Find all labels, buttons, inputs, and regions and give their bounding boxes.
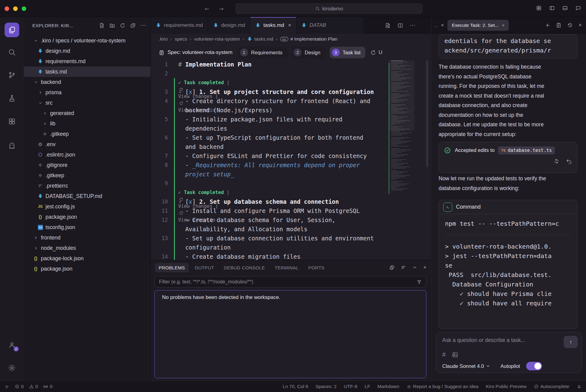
status-ports[interactable]: 0	[43, 384, 52, 389]
tree-item-jest.config.js[interactable]: JSjest.config.js	[24, 201, 150, 212]
context-hash-icon[interactable]: #	[442, 351, 446, 358]
tree-item-.gitignore[interactable]: .gitignore	[24, 160, 150, 170]
activity-explorer-icon[interactable]	[5, 23, 19, 37]
views-icon[interactable]	[389, 265, 395, 270]
iterate-icon[interactable]	[553, 158, 560, 164]
kiro-preview-label[interactable]: Kiro Public Preview	[486, 384, 527, 389]
editor-scrollbar[interactable]	[426, 60, 428, 167]
eol[interactable]: LF	[365, 384, 370, 389]
status-warning[interactable]: 0	[29, 384, 38, 389]
bell-icon[interactable]	[577, 384, 582, 389]
chat-tab-overflow[interactable]: ..	[434, 22, 437, 28]
spec-update-button[interactable]: U	[370, 49, 382, 56]
problems-filter-input[interactable]: Filter (e.g. text, **/*.ts, !**/node_mod…	[154, 276, 426, 288]
history-icon[interactable]	[567, 22, 573, 28]
status-remote[interactable]	[4, 384, 9, 389]
panel-bottom-icon[interactable]	[562, 5, 568, 11]
tree-item-.prettierrc[interactable]: .prettierrc	[24, 181, 150, 191]
new-file-icon[interactable]	[99, 23, 105, 28]
tree-item-.gitkeep[interactable]: .gitkeep	[24, 170, 150, 181]
chat-icon[interactable]	[575, 5, 581, 11]
tree-item-frontend[interactable]: frontend	[24, 232, 150, 243]
activity-kiro-ghost-icon[interactable]	[5, 138, 19, 153]
tree-item-.env[interactable]: ⚙.env	[24, 139, 150, 149]
more-icon[interactable]: ⋯	[140, 22, 146, 29]
tab-design-md[interactable]: design.md	[208, 17, 250, 34]
tree-item-lib[interactable]: lib	[24, 118, 150, 129]
more-actions-icon[interactable]: ⋯	[410, 22, 416, 29]
undo-icon[interactable]	[566, 158, 572, 164]
chat-input[interactable]: Ask a question or describe a task...	[442, 336, 564, 343]
tree-item-node-modules[interactable]: node_modules	[24, 243, 150, 253]
chevron-up-icon[interactable]	[412, 265, 417, 270]
minimap[interactable]	[389, 60, 414, 260]
tab-tasks-md[interactable]: tasks.md×	[250, 17, 296, 34]
close-tab-icon[interactable]: ×	[288, 22, 291, 28]
breadcrumb-item[interactable]: volunteer-rota-system	[194, 36, 240, 42]
tree-item-.eslintrc.json[interactable]: .eslintrc.json	[24, 149, 150, 160]
model-selector[interactable]: Claude Sonnet 4.0	[442, 363, 490, 369]
status-error[interactable]: 0	[15, 384, 24, 389]
panel-tab-output[interactable]: OUTPUT	[191, 263, 218, 272]
autocomplete-status[interactable]: Autocomplete	[534, 384, 569, 389]
close-icon[interactable]: ×	[441, 22, 444, 28]
language-mode[interactable]: Markdown	[378, 384, 400, 389]
panel-left-icon[interactable]	[549, 5, 555, 11]
tree-item-backend[interactable]: backend	[24, 77, 150, 87]
tree-item-generated[interactable]: generated	[24, 108, 150, 118]
tree-item-requirements.md[interactable]: requirements.md	[24, 56, 150, 67]
breadcrumb-item[interactable]: abc# Implementation Plan	[280, 36, 337, 42]
activity-run-debug-icon[interactable]	[5, 91, 19, 106]
panel-tab-debug-console[interactable]: DEBUG CONSOLE	[220, 263, 269, 272]
new-chat-icon[interactable]	[545, 23, 550, 28]
collapse-all-icon[interactable]	[130, 23, 136, 28]
task-list-icon[interactable]	[556, 22, 562, 28]
tree-item-package.json[interactable]: {}package.json	[24, 264, 150, 274]
tree-item-tasks.md[interactable]: tasks.md	[24, 67, 150, 77]
close-panel-icon[interactable]: ×	[423, 264, 426, 271]
breadcrumb-item[interactable]: specs	[175, 36, 187, 42]
funnel-icon[interactable]	[417, 279, 422, 285]
activity-account-icon[interactable]: ✓	[5, 337, 19, 352]
maximize-window-button[interactable]	[22, 6, 26, 11]
tree-item-package-lock.json[interactable]: {}package-lock.json	[24, 253, 150, 264]
tree-item-.kiro-specs-volunteer-rota-system[interactable]: .kiro / specs / volunteer-rota-system	[24, 35, 150, 46]
breadcrumb-item[interactable]: .kiro	[159, 36, 168, 42]
open-preview-icon[interactable]	[385, 23, 391, 28]
tree-item-.gitkeep[interactable]: .gitkeep	[24, 129, 150, 139]
activity-source-control-icon[interactable]	[5, 68, 19, 82]
forward-icon[interactable]: →	[218, 4, 225, 12]
filter-lines-icon[interactable]	[401, 265, 406, 270]
activity-extensions-icon[interactable]	[5, 114, 19, 129]
tree-item-database-setup.md[interactable]: DATABASE_SETUP.md	[24, 191, 150, 201]
autopilot-toggle[interactable]	[526, 362, 542, 370]
chat-tab-active[interactable]: Execute Task: 2. Set... ×	[447, 20, 509, 31]
back-icon[interactable]: ←	[204, 4, 210, 12]
close-window-button[interactable]	[5, 6, 9, 11]
indentation[interactable]: Spaces: 2	[316, 384, 337, 389]
spec-step-design[interactable]: 2Design	[291, 47, 325, 58]
breadcrumb[interactable]: .kiro›specs›volunteer-rota-system›tasks.…	[151, 34, 431, 45]
codelens-row[interactable]: ✓ Task completed | View changes | View e…	[151, 188, 389, 197]
code-area[interactable]: 1# Implementation Plan2✓ Task completed …	[151, 60, 389, 260]
codelens-row[interactable]: ✓ Task completed | View changes | View e…	[151, 78, 389, 87]
send-button[interactable]: ↑	[564, 336, 578, 348]
tab-datab[interactable]: DATAB	[296, 17, 364, 34]
split-editor-icon[interactable]	[397, 23, 403, 28]
spec-step-task-list[interactable]: 3Task list	[330, 47, 366, 58]
activity-settings-icon[interactable]	[5, 361, 19, 375]
refresh-icon[interactable]	[120, 23, 125, 28]
encoding[interactable]: UTF-8	[344, 384, 357, 389]
breadcrumb-item[interactable]: tasks.md	[247, 36, 273, 42]
report-bug[interactable]: Report a bug / Suggest an idea	[407, 384, 479, 389]
tree-item-prisma[interactable]: prisma	[24, 87, 150, 98]
tree-item-src[interactable]: src	[24, 98, 150, 108]
cursor-position[interactable]: Ln 70, Col 6	[283, 384, 308, 389]
new-folder-icon[interactable]	[109, 23, 115, 28]
tree-item-design.md[interactable]: design.md	[24, 46, 150, 56]
spec-step-requirements[interactable]: 1Requirements	[238, 47, 288, 58]
minimize-window-button[interactable]	[13, 6, 18, 11]
close-icon[interactable]: ×	[502, 23, 505, 28]
layout-grid-icon[interactable]	[536, 5, 542, 11]
tree-item-tsconfig.json[interactable]: TStsconfig.json	[24, 222, 150, 232]
